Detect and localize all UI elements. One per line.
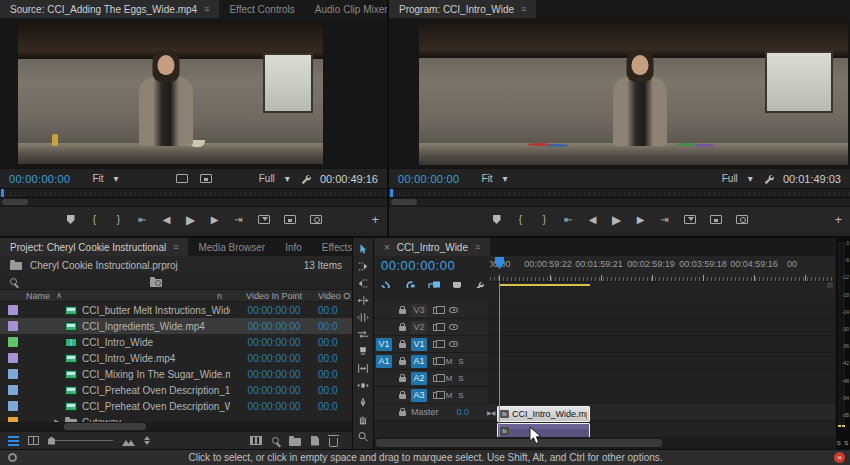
mark-in-button[interactable]: { [90,214,100,225]
project-horizontal-scrollbar[interactable] [0,422,352,431]
slip-tool-icon[interactable] [354,361,372,375]
track-lane-a3[interactable] [490,387,835,403]
sync-lock-icon[interactable] [433,341,441,348]
label-color-chip[interactable] [8,353,18,363]
sort-icons-button[interactable] [144,433,150,448]
source-zoom-select[interactable]: Fit ▾ [86,172,124,185]
overwrite-button[interactable] [284,215,296,224]
toggle-visibility-icon[interactable] [449,324,458,330]
program-zoom-scrollbar[interactable] [389,198,850,206]
program-scrub-bar[interactable] [389,188,850,198]
timeline-horizontal-scrollbar[interactable] [374,437,835,449]
column-truncated[interactable]: n [204,291,230,301]
panel-menu-icon[interactable]: ≡ [173,242,178,252]
label-color-chip[interactable] [8,385,18,395]
sync-lock-icon[interactable] [433,307,441,314]
project-row[interactable]: CCI_Preheat Oven Description_1_Wide.m 00… [0,382,352,398]
track-target-a2[interactable]: A2 [411,372,427,385]
lock-icon[interactable] [399,326,406,331]
lock-icon[interactable] [399,377,406,382]
source-scrub-bar[interactable] [0,188,387,198]
play-button[interactable]: ▶ [612,213,622,227]
track-select-forward-tool-icon[interactable] [354,259,372,273]
track-target-a3[interactable]: A3 [411,389,427,402]
project-row[interactable]: CCI_Intro_Wide 00:00:00:00 00:0 [0,334,352,350]
track-lane-v2[interactable] [490,319,835,335]
trim-mode-icon[interactable] [200,174,212,183]
button-editor-button[interactable]: + [371,212,379,227]
tab-info[interactable]: Info [275,238,312,256]
go-to-in-button[interactable]: ⇤ [564,214,574,225]
program-zoom-select[interactable]: Fit ▾ [475,172,513,185]
add-marker-button[interactable] [492,215,502,224]
label-color-chip[interactable] [8,337,18,347]
mute-button[interactable]: M [445,391,453,400]
track-lane-a2[interactable] [490,370,835,386]
tab-effect-controls[interactable]: Effect Controls [219,0,304,18]
column-video-out[interactable]: Video O [318,291,352,301]
step-forward-button[interactable]: ▶ [210,214,220,225]
rate-stretch-tool-icon[interactable] [354,327,372,341]
list-view-button[interactable] [8,436,19,446]
step-back-button[interactable]: ◀ [162,214,172,225]
tab-sequence[interactable]: × CCI_Intro_Wide ≡ [374,238,490,256]
playhead-line[interactable] [499,282,500,437]
settings-wrench-icon[interactable] [300,173,312,185]
close-icon[interactable]: × [384,242,390,253]
project-row-selected[interactable]: CCI_Ingredients_Wide.mp4 00:00:00:00 00:… [0,318,352,334]
project-row[interactable]: CCI_Preheat Oven Description_Wide.mp4 00… [0,398,352,414]
sync-lock-icon[interactable] [433,324,441,331]
panel-menu-icon[interactable]: ≡ [475,242,480,252]
program-scrub-playhead[interactable] [390,189,393,197]
program-resolution-select[interactable]: Full ▾ [716,172,759,185]
sync-lock-icon[interactable] [433,392,441,399]
lock-icon[interactable] [399,309,406,314]
source-zoom-scrollbar[interactable] [0,198,387,206]
mark-out-button[interactable]: } [540,214,550,225]
solo-button[interactable]: S [457,357,465,366]
export-frame-button[interactable] [310,215,322,224]
sync-lock-icon[interactable] [433,375,441,382]
work-area-bar[interactable] [499,284,590,286]
project-row[interactable]: CCI_Mixing In The Sugar_Wide.mp4 00:00:0… [0,366,352,382]
ripple-edit-tool-icon[interactable] [354,293,372,307]
tab-project[interactable]: Project: Cheryl Cookie Instructional ≡ [0,238,188,256]
collapse-icon[interactable]: ▶◀ [487,409,494,416]
panel-menu-icon[interactable]: ≡ [521,4,526,14]
column-video-in[interactable]: Video In Point [230,291,318,301]
icon-view-button[interactable] [28,436,39,445]
meter-solo-buttons[interactable]: S S [836,440,850,446]
mute-button[interactable]: M [445,357,453,366]
timeline-timecode[interactable]: 00:00:00:00 [381,258,455,273]
tab-effects[interactable]: Effects [312,238,352,256]
label-color-chip[interactable] [8,369,18,379]
timeline-clip-video[interactable]: fx CCI_Intro_Wide.mp4 [497,406,590,422]
solo-button[interactable]: S [457,391,465,400]
lock-icon[interactable] [399,360,406,365]
master-level-value[interactable]: 0.0 [457,407,470,417]
go-to-out-button[interactable]: ⇥ [234,214,244,225]
extract-button[interactable] [710,215,722,224]
search-bin-icon[interactable] [150,279,162,287]
panel-menu-icon[interactable]: ≡ [204,4,209,14]
source-patch-a1[interactable]: A1 [376,355,392,368]
project-row[interactable]: CCI_Intro_Wide.mp4 00:00:00:00 00:0 [0,350,352,366]
solo-button[interactable]: S [457,374,465,383]
project-filename[interactable]: Cheryl Cookie Instructional.prproj [30,260,178,271]
settings-frame-icon[interactable] [176,174,188,183]
mark-out-button[interactable]: } [114,214,124,225]
track-target-v3[interactable]: V3 [411,304,427,317]
automate-to-sequence-button[interactable] [250,436,262,445]
lock-icon[interactable] [399,411,406,416]
label-color-chip[interactable] [8,401,18,411]
mute-button[interactable]: M [445,374,453,383]
mark-in-button[interactable]: { [516,214,526,225]
source-patch-v1[interactable]: V1 [376,338,392,351]
tab-media-browser[interactable]: Media Browser [188,238,275,256]
column-name[interactable]: Name ∧ [0,291,204,301]
slider-handle[interactable] [48,437,55,445]
slide-tool-icon[interactable] [354,378,372,392]
zoom-tool-icon[interactable] [354,429,372,443]
sync-lock-icon[interactable] [433,358,441,365]
rolling-edit-tool-icon[interactable] [354,310,372,324]
